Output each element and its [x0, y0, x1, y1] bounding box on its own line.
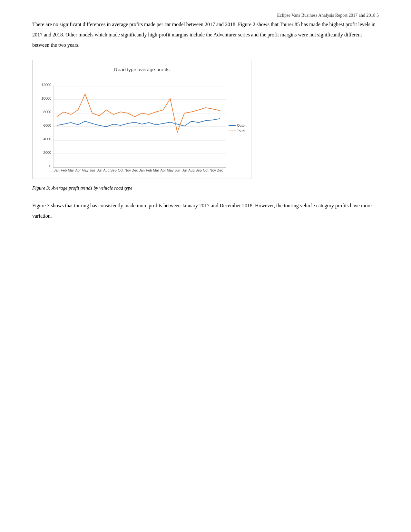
- svg-text:Aug: Aug: [188, 168, 195, 172]
- svg-text:Oct: Oct: [118, 168, 123, 172]
- svg-text:Mar: Mar: [153, 168, 159, 172]
- page-header: Eclipse Vans Business Analysis Report 20…: [277, 13, 379, 18]
- svg-text:Sep: Sep: [195, 168, 202, 172]
- chart-title: Road type average profits: [39, 67, 245, 72]
- chart-container: Road type average profits 0 2000 4000 60…: [32, 60, 251, 179]
- touring-legend-label: Touring: [237, 129, 245, 133]
- road-type-chart: 0 2000 4000 6000 8000 10000 12000: [39, 75, 245, 172]
- svg-text:Oct: Oct: [203, 168, 208, 172]
- svg-text:4000: 4000: [44, 137, 51, 141]
- svg-text:0: 0: [49, 164, 51, 168]
- svg-text:Sep: Sep: [110, 168, 117, 172]
- svg-text:Jan: Jan: [139, 168, 145, 172]
- svg-text:Feb: Feb: [61, 168, 67, 172]
- outback-line: [57, 119, 220, 127]
- svg-text:Apr: Apr: [160, 168, 166, 172]
- svg-text:Jul: Jul: [97, 168, 102, 172]
- paragraph-1: There are no significant differences in …: [32, 19, 379, 50]
- svg-text:6000: 6000: [44, 123, 51, 127]
- svg-text:12000: 12000: [41, 83, 51, 87]
- page: Eclipse Vans Business Analysis Report 20…: [0, 0, 411, 532]
- svg-text:Nov: Nov: [210, 168, 216, 172]
- svg-text:Mar: Mar: [68, 168, 74, 172]
- svg-text:Jul: Jul: [182, 168, 187, 172]
- svg-text:8000: 8000: [44, 110, 51, 114]
- svg-text:2000: 2000: [44, 151, 51, 154]
- svg-text:Jun: Jun: [89, 168, 95, 172]
- figure-caption: Figure 3: Average profit trends by vehic…: [32, 185, 379, 191]
- svg-text:Nov: Nov: [124, 168, 131, 172]
- chart-svg-area: 0 2000 4000 6000 8000 10000 12000: [39, 75, 245, 172]
- svg-text:Jan: Jan: [54, 168, 60, 172]
- svg-text:May: May: [82, 168, 89, 172]
- svg-text:Dec: Dec: [217, 168, 223, 172]
- svg-text:May: May: [167, 168, 174, 172]
- svg-text:Apr: Apr: [75, 168, 81, 172]
- svg-text:10000: 10000: [41, 96, 51, 100]
- outback-legend-label: Outback: [237, 123, 245, 127]
- paragraph-2: Figure 3 shows that touring has consiste…: [32, 201, 379, 221]
- svg-text:Dec: Dec: [132, 168, 138, 172]
- svg-text:Aug: Aug: [103, 168, 110, 172]
- svg-text:Jun: Jun: [174, 168, 180, 172]
- svg-text:Feb: Feb: [146, 168, 152, 172]
